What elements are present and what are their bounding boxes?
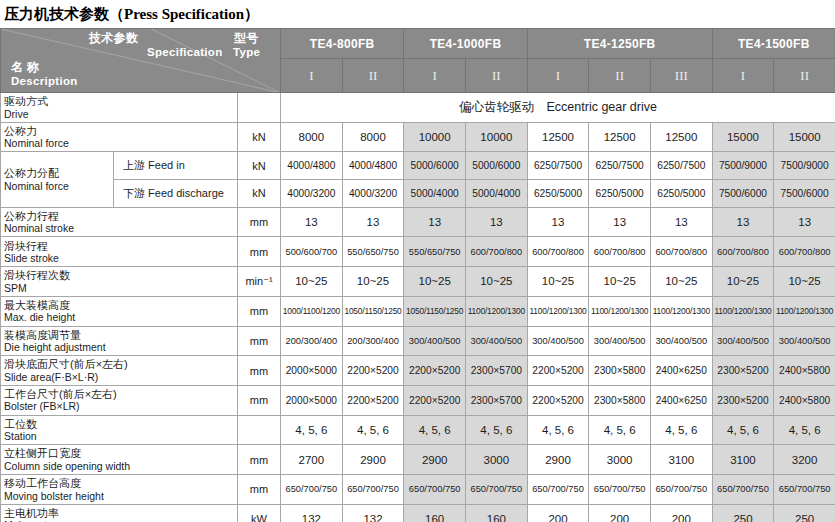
value-cell: 1100/1200/1300 [527, 296, 589, 326]
value-cell: 13 [281, 207, 343, 237]
unit-cell: mm [238, 237, 281, 267]
value-cell: 8000 [342, 122, 404, 152]
value-cell: 6250/7500 [527, 152, 589, 180]
value-cell: 300/400/500 [589, 326, 651, 356]
page-title-en: （Press Specification） [109, 6, 259, 22]
spec-table: 技术参数 Specification 名 称 Description 型号 Ty… [0, 28, 835, 522]
value-cell: 4, 5, 6 [712, 415, 774, 445]
value-cell: 250 [712, 504, 774, 522]
value-cell: 5000/6000 [404, 152, 466, 180]
value-cell: 13 [774, 207, 835, 237]
row-label-cn: 移动工作台高度 [4, 477, 234, 490]
value-cell: 4000/4800 [342, 152, 404, 180]
value-cell: 2200×5200 [527, 356, 589, 386]
value-cell: 7500/6000 [774, 180, 835, 208]
spec-row-spm: 滑块行程次数SPMmin⁻¹10~2510~2510~2510~2510~251… [1, 267, 835, 297]
row-label-en: Moving bolster height [4, 490, 234, 502]
value-cell: 2900 [342, 445, 404, 475]
unit-cell: kW [238, 504, 281, 522]
row-label: 公称力分配Nominal force [1, 152, 114, 207]
value-cell: 6250/7500 [589, 152, 651, 180]
value-cell: 7500/9000 [774, 152, 835, 180]
value-cell: 10000 [466, 122, 528, 152]
value-cell: 300/400/500 [404, 326, 466, 356]
value-cell: 2300×5800 [589, 356, 651, 386]
header-spec-en: Specification [147, 46, 222, 59]
spec-row-main-motor-power: 主电机功率Main motor powerkW13213216016020020… [1, 504, 835, 522]
value-cell: 1000/1100/1200 [281, 296, 343, 326]
model-header-te4-1000fb: TE4-1000FB [404, 29, 527, 59]
value-cell: 2700 [281, 445, 343, 475]
page-title-cn: 压力机技术参数 [4, 5, 109, 22]
value-cell: 10~25 [527, 267, 589, 297]
header-type-en: Type [233, 46, 260, 59]
row-label-en: Die height adjustment [4, 341, 234, 353]
value-cell: 650/700/750 [466, 474, 528, 504]
value-cell: 250 [774, 504, 835, 522]
value-cell: 10~25 [712, 267, 774, 297]
value-cell: 2200×5200 [342, 356, 404, 386]
unit-cell: mm [238, 445, 281, 475]
value-cell: 12500 [589, 122, 651, 152]
value-cell: 4000/4800 [281, 152, 343, 180]
value-cell: 15000 [712, 122, 774, 152]
row-label-cn: 公称力行程 [4, 210, 234, 223]
row-label: 滑块行程次数SPM [1, 267, 238, 297]
value-cell: 4, 5, 6 [281, 415, 343, 445]
row-label: 主电机功率Main motor power [1, 504, 238, 522]
value-cell: 2200×5200 [527, 385, 589, 415]
value-cell: 2200×5200 [342, 385, 404, 415]
value-cell: 600/700/800 [774, 237, 835, 267]
row-label-en: Bolster (FB×LR) [4, 400, 234, 412]
value-cell: 10~25 [281, 267, 343, 297]
row-sublabel: 上游 Feed in [114, 152, 238, 180]
value-cell: 5000/4000 [466, 180, 528, 208]
variant-header: II [589, 59, 651, 93]
value-cell: 132 [342, 504, 404, 522]
value-cell: 6250/7500 [650, 152, 712, 180]
value-cell: 4, 5, 6 [650, 415, 712, 445]
spec-table-header: 技术参数 Specification 名 称 Description 型号 Ty… [1, 29, 835, 93]
row-label: 工作台尺寸(前后×左右)Bolster (FB×LR) [1, 385, 238, 415]
row-label: 移动工作台高度Moving bolster height [1, 474, 238, 504]
value-cell: 200/300/400 [281, 326, 343, 356]
spec-row-max-die-height: 最大装模高度Max. die heightmm1000/1100/1200105… [1, 296, 835, 326]
value-cell: 4, 5, 6 [774, 415, 835, 445]
spec-row-station: 工位数Station4, 5, 64, 5, 64, 5, 64, 5, 64,… [1, 415, 835, 445]
value-cell: 2000×5000 [281, 385, 343, 415]
value-cell: 650/700/750 [404, 474, 466, 504]
value-cell: 2300×5700 [466, 385, 528, 415]
value-cell: 2300×5200 [712, 356, 774, 386]
value-cell: 3100 [650, 445, 712, 475]
value-cell: 650/700/750 [712, 474, 774, 504]
value-cell: 10~25 [650, 267, 712, 297]
value-cell: 10~25 [589, 267, 651, 297]
value-cell: 偏心齿轮驱动 Eccentric gear drive [281, 93, 835, 123]
value-cell: 500/600/700 [281, 237, 343, 267]
variant-header: II [342, 59, 404, 93]
value-cell: 600/700/800 [589, 237, 651, 267]
value-cell: 15000 [774, 122, 835, 152]
unit-cell: mm [238, 326, 281, 356]
value-cell: 3200 [774, 445, 835, 475]
header-row-models: 技术参数 Specification 名 称 Description 型号 Ty… [1, 29, 835, 59]
value-cell: 132 [281, 504, 343, 522]
row-label-cn: 最大装模高度 [4, 299, 234, 312]
unit-cell: mm [238, 356, 281, 386]
value-cell: 300/400/500 [527, 326, 589, 356]
value-cell: 300/400/500 [650, 326, 712, 356]
value-cell: 10000 [404, 122, 466, 152]
value-cell: 1100/1200/1300 [712, 296, 774, 326]
row-label-cn: 公称力 [4, 125, 234, 138]
value-cell: 2400×6250 [650, 356, 712, 386]
row-label-cn: 驱动方式 [4, 95, 234, 108]
value-cell: 13 [589, 207, 651, 237]
spec-row-feed-discharge: 下游 Feed dischargekN4000/32004000/3200500… [1, 180, 835, 208]
row-label-cn: 主电机功率 [4, 507, 234, 520]
value-cell: 7500/9000 [712, 152, 774, 180]
value-cell: 4, 5, 6 [466, 415, 528, 445]
variant-header: I [404, 59, 466, 93]
value-cell: 2200×5200 [404, 356, 466, 386]
variant-header: I [281, 59, 343, 93]
row-label-en: Nominal force [4, 180, 110, 192]
